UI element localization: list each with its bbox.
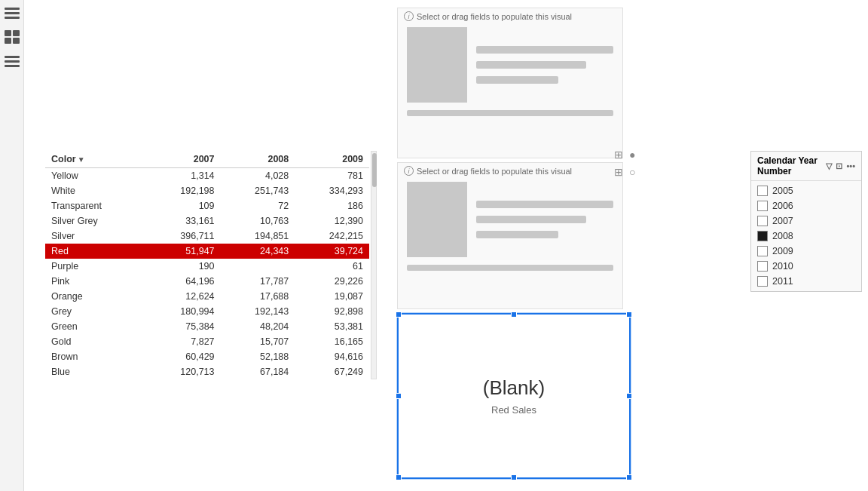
placeholder-line (476, 76, 558, 84)
value-2007: 192,198 (146, 183, 221, 198)
value-2007: 64,196 (146, 274, 221, 289)
filter-item[interactable]: 2011 (751, 274, 861, 289)
value-2008: 67,184 (221, 364, 295, 379)
top-placeholder-icons: ⊞ ● (614, 149, 635, 161)
table-row[interactable]: Transparent10972186 (45, 198, 369, 213)
layers-icon[interactable] (5, 54, 20, 68)
table-row[interactable]: Red51,94724,34339,724 (45, 244, 369, 259)
table-icon[interactable]: ⊞ (614, 149, 623, 161)
value-2007: 1,314 (146, 168, 221, 184)
col-header-2009[interactable]: 2009 (295, 151, 369, 168)
filter-checkbox[interactable] (757, 201, 768, 211)
value-2009: 242,215 (295, 229, 369, 244)
filter-item[interactable]: 2006 (751, 198, 861, 213)
value-2007: 109 (146, 198, 221, 213)
filter-checkbox[interactable] (757, 231, 768, 241)
color-cell: Brown (45, 349, 146, 364)
filter-label: 2007 (772, 216, 793, 226)
filter-checkbox[interactable] (757, 246, 768, 256)
expand-icon[interactable]: ⊡ (836, 161, 842, 171)
placeholder-line (476, 231, 558, 238)
selection-handle-br (626, 474, 632, 480)
table-row[interactable]: Gold7,82715,70716,165 (45, 334, 369, 349)
table-row[interactable]: Silver Grey33,16110,76312,390 (45, 213, 369, 229)
sort-icon[interactable]: ▼ (78, 155, 85, 164)
filter-items: 2005200620072008200920102011 (751, 181, 861, 291)
filter-header-icons: ▽ ⊡ ••• (826, 161, 855, 171)
bars-icon[interactable] (5, 6, 20, 20)
value-2007: 396,711 (146, 229, 221, 244)
col-header-2008[interactable]: 2008 (221, 151, 295, 168)
mid-placeholder-icons: ⊞ ○ (614, 166, 635, 178)
value-2008: 24,343 (221, 244, 295, 259)
value-2008: 192,143 (221, 304, 295, 319)
filter-item[interactable]: 2009 (751, 244, 861, 259)
color-cell: Silver Grey (45, 213, 146, 229)
selection-handle-tm (511, 311, 517, 318)
value-2007: 180,994 (146, 304, 221, 319)
filter-checkbox[interactable] (757, 261, 768, 272)
table-row[interactable]: Grey180,994192,14392,898 (45, 304, 369, 319)
value-2009: 334,293 (295, 183, 369, 198)
blank-card[interactable]: (Blank) Red Sales (397, 313, 631, 479)
filter-item[interactable]: 2007 (751, 213, 861, 229)
table-row[interactable]: Green75,38448,20453,381 (45, 319, 369, 334)
table-row[interactable]: Brown60,42952,18894,616 (45, 349, 369, 364)
table-scrollbar[interactable] (371, 151, 377, 379)
placeholder-box (407, 182, 467, 257)
value-2007: 190 (146, 259, 221, 274)
table-row[interactable]: Pink64,19617,78729,226 (45, 274, 369, 289)
filter-item[interactable]: 2008 (751, 229, 861, 244)
table-row[interactable]: Blue120,71367,18467,249 (45, 364, 369, 379)
blank-card-title: (Blank) (483, 376, 545, 400)
placeholder-line (476, 46, 613, 54)
selection-handle-bl (396, 474, 402, 480)
more-icon[interactable]: ● (629, 149, 635, 161)
filter-checkbox[interactable] (757, 186, 768, 196)
color-cell: White (45, 183, 146, 198)
table-row[interactable]: Silver396,711194,851242,215 (45, 229, 369, 244)
table-row[interactable]: Purple19061 (45, 259, 369, 274)
blank-card-subtitle: Red Sales (491, 404, 536, 416)
canvas: Color ▼ 2007 2008 2009 Yellow1,3144,0287… (24, 0, 868, 491)
col-header-color[interactable]: Color ▼ (45, 151, 146, 168)
col-header-2007[interactable]: 2007 (146, 151, 221, 168)
value-2007: 12,624 (146, 289, 221, 304)
filter-item[interactable]: 2005 (751, 183, 861, 198)
more-icon[interactable]: ••• (846, 161, 855, 171)
filter-title: Calendar Year Number (757, 155, 826, 176)
value-2007: 120,713 (146, 364, 221, 379)
value-2008: 10,763 (221, 213, 295, 229)
color-cell: Purple (45, 259, 146, 274)
info-icon: i (404, 11, 414, 21)
value-2008: 48,204 (221, 319, 295, 334)
color-cell: Transparent (45, 198, 146, 213)
color-cell: Red (45, 244, 146, 259)
placeholder-line (476, 201, 613, 208)
color-cell: Grey (45, 304, 146, 319)
value-2009: 19,087 (295, 289, 369, 304)
filter-item[interactable]: 2010 (751, 259, 861, 274)
value-2009: 92,898 (295, 304, 369, 319)
filter-checkbox[interactable] (757, 216, 768, 226)
placeholder-lines (476, 182, 613, 257)
placeholder-bottom-line (407, 110, 613, 116)
table-icon[interactable]: ⊞ (614, 166, 623, 178)
table-row[interactable]: Yellow1,3144,028781 (45, 168, 369, 184)
placeholder-top: i Select or drag fields to populate this… (397, 8, 623, 158)
filter-checkbox[interactable] (757, 276, 768, 287)
filter-icon[interactable]: ▽ (826, 161, 832, 171)
value-2009: 61 (295, 259, 369, 274)
value-2007: 51,947 (146, 244, 221, 259)
filter-label: 2008 (772, 231, 793, 241)
color-cell: Orange (45, 289, 146, 304)
filter-label: 2005 (772, 186, 793, 196)
grid-icon[interactable] (5, 30, 20, 44)
value-2009: 16,165 (295, 334, 369, 349)
table-row[interactable]: White192,198251,743334,293 (45, 183, 369, 198)
table-row[interactable]: Orange12,62417,68819,087 (45, 289, 369, 304)
value-2007: 33,161 (146, 213, 221, 229)
placeholder-mid-visual (407, 182, 613, 257)
color-cell: Pink (45, 274, 146, 289)
more-icon[interactable]: ○ (629, 166, 635, 178)
